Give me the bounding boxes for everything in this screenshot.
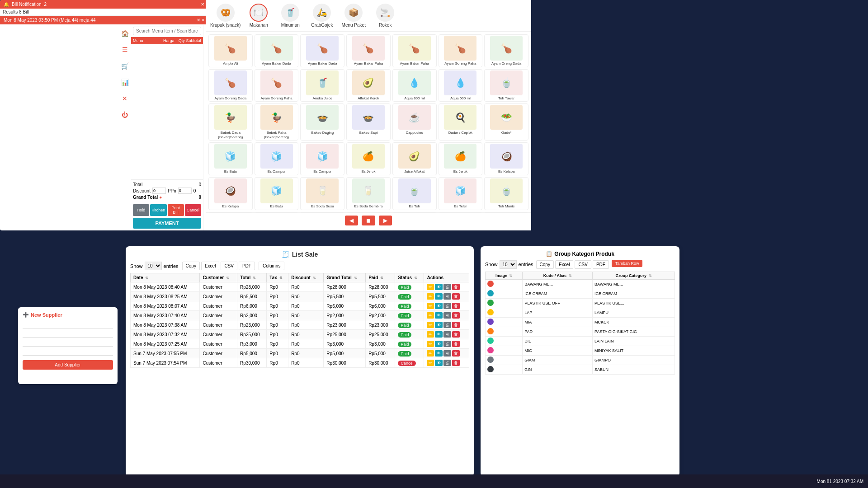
add-supplier-button[interactable]: Add Supplier: [23, 360, 113, 370]
discount-input[interactable]: [152, 188, 166, 194]
sort-discount-icon[interactable]: ⇅: [313, 276, 316, 280]
print-button[interactable]: 🖨: [443, 331, 451, 338]
delete-button[interactable]: 🗑: [452, 350, 460, 357]
delete-button[interactable]: 🗑: [452, 303, 460, 309]
menu-item[interactable]: 🧊 Es Batu: [255, 177, 299, 210]
sidebar-icon-close[interactable]: ✕: [120, 94, 130, 103]
menu-item[interactable]: 🍊 Es Jeruk: [439, 142, 483, 175]
menu-item[interactable]: 🍲 Bakso Daging: [300, 103, 344, 141]
group-copy-button[interactable]: Copy: [536, 260, 554, 269]
edit-button[interactable]: ✏: [427, 341, 434, 347]
category-tab-krupuk[interactable]: 🥨 Krupuk (snack): [210, 4, 241, 28]
sidebar-icon-home[interactable]: 🏠: [120, 28, 130, 38]
menu-item[interactable]: 🍵 Teh Tawar: [484, 69, 528, 102]
menu-item[interactable]: 💧 Aqua 600 ml: [439, 69, 483, 102]
group-csv-button[interactable]: CSV: [575, 260, 591, 269]
delete-button[interactable]: 🗑: [452, 322, 460, 328]
menu-item[interactable]: 🧊 Es Campur: [255, 142, 299, 175]
menu-item[interactable]: 🥤 Fanta/ Cola/ Sprite: [255, 212, 299, 212]
sort-grand-total-icon[interactable]: ⇅: [354, 276, 357, 280]
ppn-input[interactable]: [178, 188, 192, 194]
menu-item[interactable]: 🥑 Alfukat Kerok: [346, 69, 391, 102]
group-excel-button[interactable]: Excel: [555, 260, 573, 269]
supplier-input-2[interactable]: [23, 330, 113, 338]
view-button[interactable]: 👁: [435, 322, 443, 328]
menu-item[interactable]: 🍗 Ayam Goreng Paha: [439, 34, 483, 67]
hold-button[interactable]: Hold: [133, 204, 149, 216]
menu-item[interactable]: 🥗 Gado*: [484, 103, 528, 141]
menu-item[interactable]: 🥛 Es Soda Gembira: [346, 177, 391, 210]
view-button[interactable]: 👁: [435, 303, 443, 309]
view-button[interactable]: 👁: [435, 284, 443, 290]
columns-button[interactable]: Columns: [259, 262, 284, 270]
delete-button[interactable]: 🗑: [452, 331, 460, 338]
menu-item[interactable]: 🍗 Ayam Bakar Paha: [392, 34, 437, 67]
menu-item[interactable]: 💧 Aqua 600 ml: [392, 69, 437, 102]
print-button[interactable]: 🖨: [443, 350, 451, 357]
print-bill-button[interactable]: Print Bill: [168, 204, 184, 216]
copy-button[interactable]: Copy: [182, 262, 200, 270]
category-tab-menu-paket[interactable]: 📦 Menu Paket: [340, 4, 367, 28]
print-button[interactable]: 🖨: [443, 360, 451, 366]
category-tab-minuman[interactable]: 🥤 Minuman: [277, 4, 304, 28]
menu-item[interactable]: ☕ Cappucino: [392, 103, 437, 141]
payment-button[interactable]: PAYMENT: [133, 218, 201, 229]
excel-button[interactable]: Excel: [201, 262, 219, 270]
csv-button[interactable]: CSV: [221, 262, 237, 270]
order-close-icon[interactable]: ✕ ×: [197, 18, 204, 23]
menu-item[interactable]: 🦆 Babek Dada (Bakar|Goreng): [208, 103, 253, 141]
menu-item[interactable]: 🍛 Gulai Sapi: [439, 212, 483, 212]
menu-item[interactable]: 🍊 Es Jeruk: [346, 142, 391, 175]
supplier-input-1[interactable]: [23, 321, 113, 328]
pdf-button[interactable]: PDF: [239, 262, 255, 270]
supplier-input-4[interactable]: [23, 348, 113, 356]
edit-button[interactable]: ✏: [427, 303, 434, 309]
view-button[interactable]: 👁: [435, 312, 443, 319]
menu-item[interactable]: 🍗 Ayam Bakar Paha: [346, 34, 391, 67]
sort-tax-icon[interactable]: ⇅: [279, 276, 283, 280]
edit-button[interactable]: ✏: [427, 312, 434, 319]
edit-button[interactable]: ✏: [427, 350, 434, 357]
menu-item[interactable]: 🧊 Es Campur: [300, 142, 344, 175]
sort-kode-icon[interactable]: ⇅: [569, 274, 572, 278]
print-button[interactable]: 🖨: [443, 322, 451, 328]
sidebar-icon-list[interactable]: ☰: [120, 45, 130, 55]
view-button[interactable]: 👁: [435, 341, 443, 347]
menu-item[interactable]: 🍗 Ayam Goreng Dada: [208, 69, 253, 102]
menu-item[interactable]: 🍛 Gulai Kambing: [346, 212, 391, 212]
group-pdf-button[interactable]: PDF: [593, 260, 609, 269]
edit-button[interactable]: ✏: [427, 284, 434, 290]
group-entries-select[interactable]: 1025: [500, 260, 517, 269]
cancel-button[interactable]: Cancel: [185, 204, 201, 216]
edit-button[interactable]: ✏: [427, 331, 434, 338]
delete-button[interactable]: 🗑: [452, 284, 460, 290]
menu-item[interactable]: 🌶️ Extra Sambal: [208, 212, 253, 212]
menu-item[interactable]: 🦆 Bebek Paha (Bakar|Goreng): [255, 103, 299, 141]
sort-paid-icon[interactable]: ⇅: [380, 276, 383, 280]
sidebar-icon-cart[interactable]: 🛒: [120, 61, 130, 71]
view-button[interactable]: 👁: [435, 331, 443, 338]
print-button[interactable]: 🖨: [443, 341, 451, 347]
sidebar-icon-power[interactable]: ⏻: [120, 110, 130, 120]
print-button[interactable]: 🖨: [443, 293, 451, 300]
view-button[interactable]: 👁: [435, 350, 443, 357]
menu-item[interactable]: 🥥 Es Kelapa: [208, 177, 253, 210]
print-button[interactable]: 🖨: [443, 312, 451, 319]
print-button[interactable]: 🖨: [443, 284, 451, 290]
view-button[interactable]: 👁: [435, 360, 443, 366]
sort-category-icon[interactable]: ⇅: [649, 274, 652, 278]
menu-item[interactable]: 🥗 Gado *: [300, 212, 344, 212]
sort-customer-icon[interactable]: ⇅: [226, 276, 229, 280]
delete-button[interactable]: 🗑: [452, 312, 460, 319]
menu-item[interactable]: 🥤 Aneka Juice: [300, 69, 344, 102]
kitchen-button[interactable]: Kitchen: [150, 204, 166, 216]
prev-page-button[interactable]: ◀: [345, 216, 358, 225]
search-input[interactable]: [133, 27, 201, 35]
sort-image-icon[interactable]: ⇅: [509, 274, 512, 278]
menu-item[interactable]: 🍵 Teh Manis: [484, 177, 528, 210]
delete-button[interactable]: 🗑: [452, 341, 460, 347]
sort-status-icon[interactable]: ⇅: [414, 276, 417, 280]
menu-item[interactable]: 🍛 Gule Kambing: [392, 212, 437, 212]
sidebar-icon-chart[interactable]: 📊: [120, 77, 130, 87]
edit-button[interactable]: ✏: [427, 293, 434, 300]
